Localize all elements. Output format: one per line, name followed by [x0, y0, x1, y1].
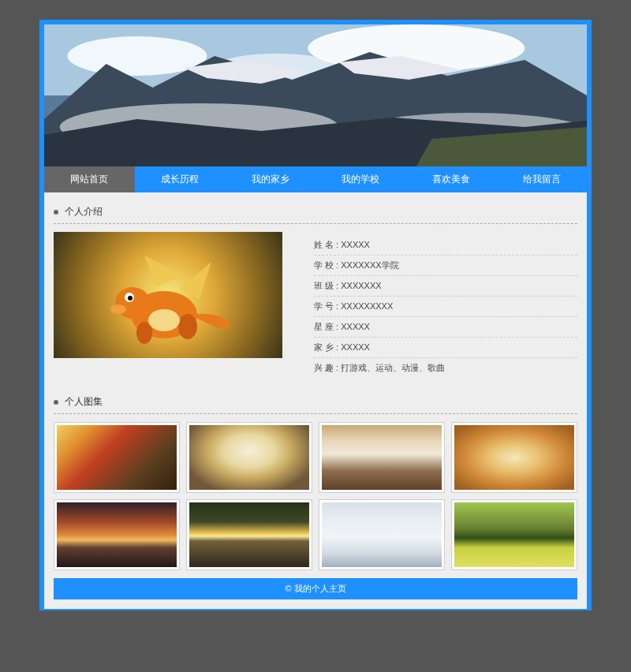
gallery-item[interactable] — [54, 422, 180, 493]
info-row-name: 姓 名 : XXXXX — [314, 235, 577, 256]
info-row-school: 学 校 : XXXXXXX学院 — [314, 256, 577, 276]
svg-point-18 — [136, 322, 152, 344]
info-row-hometown: 家 乡 : XXXXX — [314, 338, 577, 358]
gallery-image — [454, 425, 574, 490]
section-title-gallery: 个人图集 — [54, 389, 577, 414]
profile-image — [54, 232, 282, 358]
gallery-item[interactable] — [54, 499, 180, 570]
gallery-item[interactable] — [319, 422, 445, 493]
info-row-zodiac: 星 座 : XXXXX — [314, 317, 577, 338]
gallery-image — [57, 425, 177, 490]
info-row-hobby: 兴 趣 : 打游戏、运动、动漫、歌曲 — [314, 358, 577, 378]
section-title-text: 个人介绍 — [65, 205, 103, 218]
intro-body: 姓 名 : XXXXX 学 校 : XXXXXXX学院 班 级 : XXXXXX… — [54, 224, 577, 381]
svg-point-19 — [148, 309, 180, 331]
gallery-image — [189, 502, 309, 567]
gallery-image — [322, 502, 442, 567]
svg-point-2 — [67, 36, 207, 76]
section-title-text: 个人图集 — [65, 395, 103, 409]
gallery-image — [189, 425, 309, 490]
svg-point-13 — [115, 287, 150, 319]
nav-item-growth[interactable]: 成长历程 — [135, 166, 226, 192]
gallery-item[interactable] — [186, 499, 312, 570]
nav-item-food[interactable]: 喜欢美食 — [406, 166, 497, 192]
nav-item-hometown[interactable]: 我的家乡 — [225, 166, 316, 192]
section-title-intro: 个人介绍 — [54, 199, 577, 224]
gallery-item[interactable] — [451, 422, 577, 493]
footer: © 我的个人主页 — [54, 578, 577, 599]
main-nav: 网站首页 成长历程 我的家乡 我的学校 喜欢美食 给我留言 — [44, 166, 587, 192]
main-content: 个人介绍 — [44, 192, 587, 609]
svg-point-17 — [178, 314, 197, 339]
gallery-item[interactable] — [451, 499, 577, 570]
gallery-image — [57, 502, 177, 567]
info-row-id: 学 号 : XXXXXXXXX — [314, 297, 577, 317]
svg-point-15 — [128, 296, 133, 301]
nav-item-home[interactable]: 网站首页 — [44, 166, 135, 192]
nav-item-message[interactable]: 给我留言 — [496, 166, 587, 192]
gallery-item[interactable] — [319, 499, 445, 570]
gallery-grid — [54, 414, 577, 570]
gallery-item[interactable] — [186, 422, 312, 493]
section-intro: 个人介绍 — [54, 199, 577, 381]
profile-info: 姓 名 : XXXXX 学 校 : XXXXXXX学院 班 级 : XXXXXX… — [282, 232, 577, 378]
nav-item-school[interactable]: 我的学校 — [316, 166, 406, 192]
svg-point-16 — [110, 304, 126, 314]
page-container: 网站首页 成长历程 我的家乡 我的学校 喜欢美食 给我留言 个人介绍 — [39, 20, 592, 610]
gallery-image — [454, 502, 574, 567]
gallery-image — [322, 425, 442, 490]
footer-text: © 我的个人主页 — [285, 584, 345, 593]
info-row-class: 班 级 : XXXXXXX — [314, 276, 577, 297]
header-banner — [44, 24, 587, 166]
section-gallery: 个人图集 — [54, 389, 577, 570]
